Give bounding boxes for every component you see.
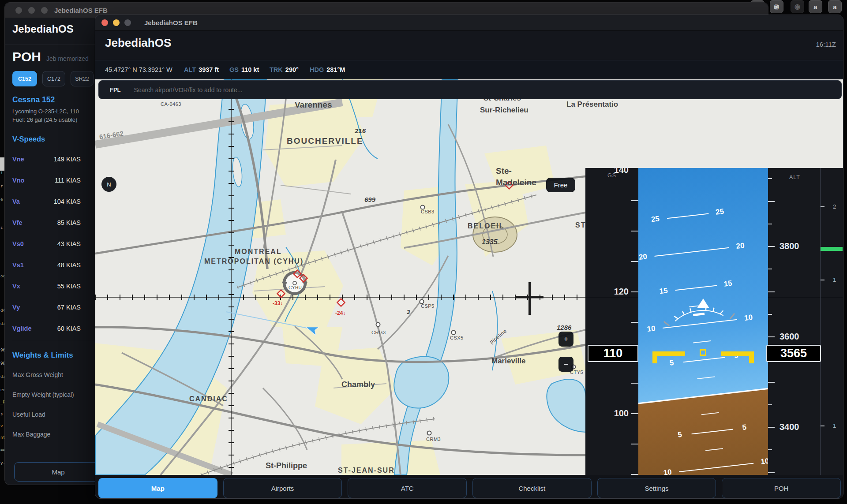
map-label: 1335 <box>482 238 498 246</box>
engine-spec: Lycoming O-235-L2C, 110 <box>12 108 96 115</box>
fuel-spec: Fuel: 26 gal (24.5 usable) <box>12 116 96 123</box>
titlebar[interactable]: JebediahOS EFB <box>95 15 843 31</box>
databar-trk: TRK290° <box>270 66 299 73</box>
efb-window[interactable]: JebediahOS EFB JebediahOS 16:11Z 45.4727… <box>95 15 843 499</box>
map-label: 699 <box>364 196 376 203</box>
map-label: Varennes <box>295 100 332 109</box>
map-label: Sur-Richelieu <box>480 106 528 114</box>
map-label: CANDIAC <box>189 395 228 403</box>
roll-scale <box>638 168 768 475</box>
weights-table: Max Gross WeightEmpty Weight (typical)Us… <box>12 371 95 451</box>
main-tab-bar: MapAirportsATCChecklistSettingsPOH <box>98 478 841 498</box>
route-search-input[interactable] <box>133 86 400 94</box>
vspeed-row: Va104 KIAS <box>12 198 81 219</box>
tab-airports[interactable]: Airports <box>223 478 342 498</box>
map-label: METROPOLITAN (CYHU) <box>204 258 304 265</box>
alt-tape-label: ALT <box>789 174 800 180</box>
map-label: CA-0463 <box>161 101 181 107</box>
map-label: 3 <box>407 309 410 315</box>
sidebar-map-button[interactable]: Map <box>14 462 102 482</box>
map-label: CRG3 <box>371 330 386 335</box>
fix-circle-icon <box>452 331 456 335</box>
map-label: Madeleine <box>496 178 536 187</box>
close-button[interactable] <box>15 7 22 14</box>
map-label: MONTREAL <box>235 248 282 255</box>
vspeed-row: Vfe85 KIAS <box>12 219 81 240</box>
tab-settings[interactable]: Settings <box>597 478 716 498</box>
obstacle-diamond-icon <box>337 299 345 306</box>
weight-row: Empty Weight (typical) <box>12 391 95 411</box>
vfr-map[interactable]: VarennesCA-0463216BOUCHERVILLE616-662St-… <box>95 79 843 475</box>
aircraft-symbol-left-leg <box>652 351 657 363</box>
aircraft-tab-row: C152C172SR22 <box>12 71 94 86</box>
app-title: JebediahOS <box>105 36 171 50</box>
map-label: Ste- <box>496 166 512 175</box>
aircraft-tab-c172[interactable]: C172 <box>42 71 65 86</box>
spiral-app-icon[interactable]: ֍ <box>770 0 783 13</box>
zoom-button[interactable] <box>41 7 48 14</box>
aircraft-tab-sr22[interactable]: SR22 <box>71 71 94 86</box>
altitude-tape-number: 3400 <box>780 422 799 432</box>
poh-title: POH <box>12 49 41 64</box>
poh-subtitle: Jeb memorized <box>46 55 96 62</box>
tab-checklist[interactable]: Checklist <box>472 478 592 498</box>
aircraft-symbol-center <box>700 349 706 356</box>
fpl-search-bar[interactable]: FPL <box>98 80 842 99</box>
zoom-button[interactable] <box>124 19 131 26</box>
vsi-trend-bar <box>821 247 843 251</box>
dimmed-app-icon[interactable]: ◉ <box>791 0 804 13</box>
map-label: La Présentatio <box>566 100 618 108</box>
map-label: 216 <box>354 127 366 134</box>
minimize-button[interactable] <box>28 7 35 14</box>
map-label: CYHU <box>289 285 302 290</box>
free-pan-button[interactable]: Free <box>546 178 575 192</box>
zoom-in-button[interactable]: + <box>558 332 573 347</box>
tab-atc[interactable]: ATC <box>348 478 467 498</box>
map-label: Marieville <box>491 357 526 365</box>
fix-circle-icon <box>427 431 431 435</box>
vspeed-row: Vx55 KIAS <box>12 283 81 304</box>
zoom-out-button[interactable]: − <box>558 357 573 372</box>
airspeed-tape-number: 140 <box>602 165 629 175</box>
desktop: ֍֍◉aa iresocd4di9698dier_Psvnt==y- Jebed… <box>0 0 847 504</box>
flight-databar: 45.4727° N 73.3921° W ALT3937 ftGS110 kt… <box>95 60 843 80</box>
map-label: CSP5 <box>421 303 435 309</box>
map-label: -24↓ <box>335 310 345 316</box>
map-label: BELOEIL <box>468 222 504 230</box>
a-app-icon[interactable]: a <box>809 0 822 13</box>
vspeed-row: Vne149 KIAS <box>12 156 81 177</box>
close-button[interactable] <box>101 19 108 26</box>
altitude-tape-number: 3800 <box>780 241 799 251</box>
north-indicator-button[interactable]: N <box>101 177 116 192</box>
fpl-label: FPL <box>110 86 121 93</box>
vspeed-row: Vy67 KIAS <box>12 304 81 325</box>
map-label: ST <box>575 221 586 229</box>
minimize-button[interactable] <box>113 19 120 26</box>
altitude-tape: ALT 3800360034003200 3565 <box>768 168 820 475</box>
fix-circle-icon <box>376 323 380 327</box>
tab-poh[interactable]: POH <box>722 478 841 498</box>
weight-row: Max Baggage <box>12 431 95 451</box>
weight-row: Max Gross Weight <box>12 371 95 391</box>
divider <box>12 341 95 341</box>
aircraft-symbol-left-bar <box>652 351 685 356</box>
map-label: St-Philippe <box>266 461 307 470</box>
gps-coordinates: 45.4727° N 73.3921° W <box>105 66 172 73</box>
bottom-bar: MapAirportsATCChecklistSettingsPOH <box>95 475 843 498</box>
weight-row: Useful Load <box>12 411 95 431</box>
aircraft-tab-c152[interactable]: C152 <box>12 71 37 86</box>
aircraft-name: Cessna 152 <box>12 95 55 105</box>
attitude-indicator: 252520201515101055551010 <box>638 168 768 475</box>
sidebar-app-name: JebediahOS <box>12 23 74 35</box>
databar-hdg: HDG281°M <box>310 66 345 73</box>
altitude-tape-number: 3600 <box>780 332 799 342</box>
a-app-icon[interactable]: a <box>828 0 842 13</box>
map-label: 1286 <box>557 324 572 331</box>
tab-map[interactable]: Map <box>98 478 217 498</box>
map-label: BOUCHERVILLE <box>287 136 364 146</box>
roll-pointer-triangle <box>697 299 709 308</box>
vspeed-row: Vs043 KIAS <box>12 240 81 261</box>
airspeed-readout: 110 <box>588 345 638 362</box>
map-label: CRM3 <box>426 437 441 442</box>
weights-title: Weights & Limits <box>12 351 73 360</box>
